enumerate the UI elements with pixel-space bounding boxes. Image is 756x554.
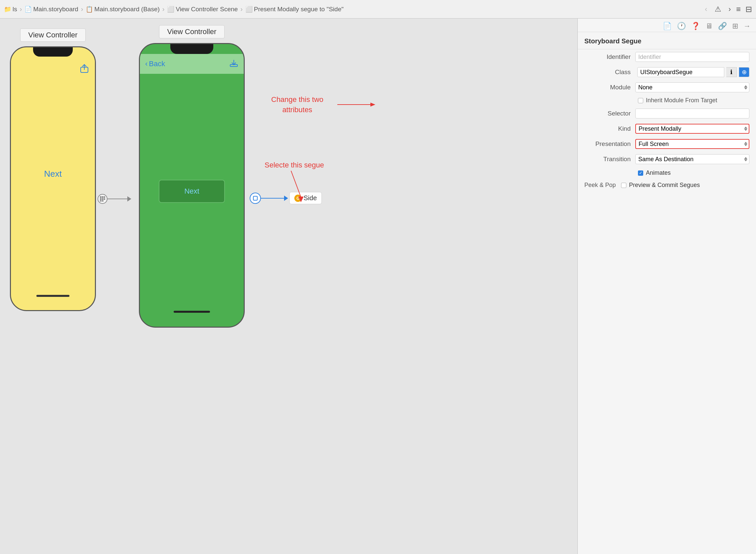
grid-icon-svg — [100, 196, 106, 202]
breadcrumb-segue[interactable]: ⬜ Present Modally segue to "Side" — [245, 6, 343, 13]
scene-icon: ⬜ — [167, 6, 174, 13]
phone-left-next: Next — [44, 169, 62, 179]
panel-clock-icon[interactable]: 🕐 — [677, 22, 686, 31]
panel-help-icon[interactable]: ❓ — [691, 22, 700, 31]
transition-row: Transition Same As Destination Cover Ver… — [578, 152, 756, 167]
breadcrumb-sep-3: › — [163, 5, 165, 13]
selector-input[interactable] — [635, 109, 749, 118]
phone-left-screen: Next — [11, 57, 95, 291]
svg-rect-8 — [100, 200, 102, 202]
peek-row: Peek & Pop Preview & Commit Segues — [578, 179, 756, 191]
scene-2: View Controller ‹ Back — [139, 25, 245, 328]
transition-select[interactable]: Same As Destination Cover Vertical Flip … — [635, 154, 749, 164]
canvas-area[interactable]: View Controller Next — [0, 18, 577, 554]
segue-node-inner — [253, 196, 258, 201]
segue-node[interactable] — [250, 192, 261, 204]
storyboard-base-icon: 📋 — [86, 6, 93, 13]
phone-right-next-label: Next — [184, 187, 199, 196]
animates-checkbox[interactable]: ✓ — [638, 170, 643, 176]
folder-icon: 📁 — [4, 6, 11, 13]
share-icon-area — [80, 64, 89, 74]
connector-line — [108, 199, 127, 199]
segue-line — [261, 198, 284, 199]
svg-marker-15 — [298, 197, 304, 202]
breadcrumb-scene-label: View Controller Scene — [176, 6, 238, 13]
module-label: Module — [584, 84, 631, 91]
toolbar-right: ‹ ⚠ › ≡ ⊟ — [703, 4, 752, 15]
phone-right-home — [174, 311, 210, 313]
svg-rect-7 — [104, 198, 105, 200]
right-panel: 📄 🕐 ❓ 🖥 🔗 ⊞ → Storyboard Segue Identifie… — [577, 18, 756, 554]
main-layout: View Controller Next — [0, 18, 756, 554]
breadcrumb-ls[interactable]: 📁 ls — [4, 6, 17, 13]
back-nav-button[interactable]: ‹ — [703, 4, 709, 15]
phone-right-notch — [170, 44, 213, 54]
connector-arrow — [127, 196, 131, 202]
breadcrumb-main-storyboard[interactable]: 📄 Main.storyboard — [24, 6, 78, 13]
module-select[interactable]: None — [635, 82, 749, 92]
svg-rect-6 — [102, 198, 104, 200]
peek-checkbox[interactable] — [621, 183, 626, 188]
phone-right-navbar: ‹ Back — [140, 54, 244, 74]
breadcrumb-vc-scene[interactable]: ⬜ View Controller Scene — [167, 6, 238, 13]
annotation-2-arrow — [285, 171, 317, 204]
class-label: Class — [584, 68, 631, 76]
phone-right-screen: ‹ Back Next — [140, 54, 244, 307]
inherit-checkbox[interactable] — [638, 98, 643, 103]
panel-monitor-icon[interactable]: 🖥 — [705, 22, 713, 31]
scene-2-label: View Controller — [159, 25, 225, 38]
identifier-label: Identifier — [584, 53, 631, 61]
breadcrumb-main-base[interactable]: 📋 Main.storyboard (Base) — [86, 6, 160, 13]
back-chevron-icon: ‹ — [145, 60, 147, 68]
peek-text: Preview & Commit Segues — [629, 182, 700, 189]
peek-label: Peek & Pop — [584, 182, 616, 189]
breadcrumb-sep-4: › — [240, 5, 243, 13]
inspector-icon[interactable]: ⊟ — [745, 5, 752, 14]
module-select-wrapper: None — [635, 82, 749, 92]
animates-label: Animates — [646, 169, 671, 176]
kind-select[interactable]: Present Modally Show Show Detail Present… — [635, 124, 749, 134]
kind-select-wrapper: Present Modally Show Show Detail Present… — [635, 124, 749, 134]
share-icon — [80, 64, 89, 73]
storyboard-connector — [98, 194, 131, 204]
kind-label: Kind — [584, 125, 631, 132]
identifier-input[interactable] — [635, 52, 749, 62]
forward-nav-button[interactable]: › — [727, 4, 733, 15]
inherit-label: Inherit Module From Target — [646, 97, 717, 104]
download-icon — [229, 59, 239, 68]
segue-icon: ⬜ — [245, 6, 253, 13]
presentation-row: Presentation Full Screen Automatic Curre… — [578, 136, 756, 152]
panel-link-icon[interactable]: 🔗 — [718, 22, 727, 31]
storyboard-icon: 📄 — [24, 6, 32, 13]
panel-arrow-icon[interactable]: → — [743, 22, 751, 31]
scene-1-label: View Controller — [20, 29, 86, 42]
annotation-1: Change this twoattributes — [271, 95, 323, 115]
download-icon-area — [229, 59, 239, 69]
phone-left-notch — [33, 47, 73, 57]
list-icon[interactable]: ≡ — [736, 5, 741, 14]
class-input[interactable] — [637, 67, 724, 77]
panel-file-icon[interactable]: 📄 — [663, 22, 672, 31]
class-add-button[interactable]: ⊕ — [739, 67, 749, 77]
class-info-button[interactable]: ℹ — [726, 67, 737, 77]
back-text: Back — [149, 60, 165, 68]
phone-left-home — [37, 295, 69, 297]
breadcrumb-base-label: Main.storyboard (Base) — [94, 6, 160, 13]
module-row: Module None — [578, 80, 756, 95]
breadcrumb-sep-1: › — [20, 5, 22, 13]
warning-button[interactable]: ⚠ — [713, 4, 723, 15]
grid-connector-icon — [98, 194, 108, 204]
class-row: Class ℹ ⊕ — [578, 64, 756, 80]
selector-row: Selector — [578, 106, 756, 121]
svg-rect-4 — [104, 196, 105, 198]
panel-grid-icon[interactable]: ⊞ — [732, 22, 738, 31]
scene-1: View Controller Next — [10, 29, 96, 311]
top-bar: 📁 ls › 📄 Main.storyboard › 📋 Main.storyb… — [0, 0, 756, 18]
annotation-2-text: Selecte this segue — [265, 161, 324, 169]
presentation-label: Presentation — [584, 140, 631, 148]
annotation-1-text: Change this twoattributes — [271, 95, 323, 114]
presentation-select[interactable]: Full Screen Automatic Current Context Ov… — [635, 139, 749, 149]
svg-marker-13 — [370, 103, 375, 107]
phone-right-next-button[interactable]: Next — [159, 180, 225, 203]
presentation-select-wrapper: Full Screen Automatic Current Context Ov… — [635, 139, 749, 149]
